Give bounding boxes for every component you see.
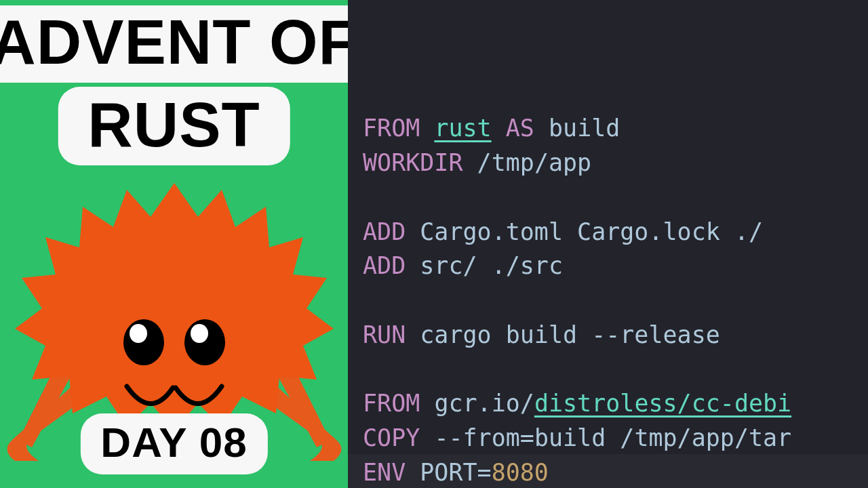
thumbnail-left-panel: ADVENT OF RUST DAY 08 [0, 0, 348, 488]
kw-from-2: FROM [363, 390, 420, 417]
img-rust: rust [434, 115, 491, 142]
run-build: cargo build --release [420, 321, 720, 348]
copy-args: --from=build /tmp/app/tar [434, 424, 791, 451]
title-line-1: ADVENT OF [0, 5, 378, 83]
svg-point-2 [130, 324, 147, 343]
stage-build: build [549, 115, 620, 142]
add-cargo: Cargo.toml Cargo.lock ./ [420, 218, 763, 245]
workdir-path: /tmp/app [477, 149, 592, 176]
day-badge: DAY 08 [80, 413, 267, 474]
img-distroless: distroless/cc-debi [534, 390, 791, 417]
env-var: PORT= [420, 459, 491, 486]
kw-add-1: ADD [363, 218, 406, 245]
code-panel: FROM rust AS build WORKDIR /tmp/app ADD … [348, 0, 868, 488]
svg-point-3 [191, 324, 208, 343]
env-port: 8080 [492, 459, 549, 486]
kw-env: ENV [363, 459, 406, 486]
add-src: src/ ./src [420, 252, 563, 279]
kw-run: RUN [363, 321, 406, 348]
gcr-prefix: gcr.io/ [434, 390, 534, 417]
kw-as: AS [506, 115, 534, 142]
dockerfile-code: FROM rust AS build WORKDIR /tmp/app ADD … [363, 111, 868, 488]
kw-add-2: ADD [363, 252, 406, 279]
kw-from: FROM [363, 115, 420, 142]
kw-workdir: WORKDIR [363, 149, 463, 176]
kw-copy: COPY [363, 424, 420, 451]
